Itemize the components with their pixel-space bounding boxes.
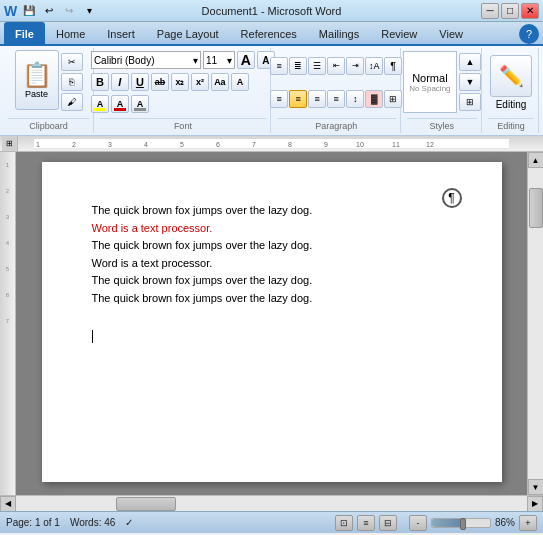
svg-text:1: 1 (36, 141, 40, 148)
quick-save[interactable]: 💾 (21, 3, 37, 19)
line-spacing-button[interactable]: ↕ (346, 90, 364, 108)
tab-mailings[interactable]: Mailings (308, 22, 370, 44)
font-color-button[interactable]: A (111, 95, 129, 113)
sort-button[interactable]: ↕A (365, 57, 383, 75)
language-check-icon[interactable]: ✓ (125, 517, 133, 528)
quick-undo[interactable]: ↩ (41, 3, 57, 19)
strikethrough-button[interactable]: ab (151, 73, 169, 91)
ribbon-tabs: File Home Insert Page Layout References … (0, 22, 543, 46)
font-size-dropdown[interactable]: 11 ▾ (203, 51, 235, 69)
styles-scroll-down[interactable]: ▼ (459, 73, 481, 91)
ruler-inner: 1 2 3 4 5 6 7 8 9 10 11 12 (34, 139, 509, 149)
scroll-track-v[interactable] (528, 168, 543, 479)
tab-view[interactable]: View (428, 22, 474, 44)
page-container[interactable]: ¶ The quick brown fox jumps over the laz… (16, 152, 527, 495)
paste-button[interactable]: 📋 Paste (15, 50, 59, 110)
scroll-track-h[interactable] (16, 496, 527, 511)
title-bar-left: W 💾 ↩ ↪ ▾ (4, 3, 97, 19)
status-bar: Page: 1 of 1 Words: 46 ✓ ⊡ ≡ ⊟ - 86% + (0, 511, 543, 533)
scroll-up-button[interactable]: ▲ (528, 152, 544, 168)
styles-expand[interactable]: ⊞ (459, 93, 481, 111)
view-full-button[interactable]: ≡ (357, 515, 375, 531)
editing-label[interactable]: Editing (496, 99, 527, 110)
numbering-button[interactable]: ≣ (289, 57, 307, 75)
scroll-right-button[interactable]: ▶ (527, 496, 543, 512)
help-button[interactable]: ? (519, 24, 539, 44)
ribbon-content: 📋 Paste ✂ ⎘ 🖌 Clipboard Calibri (Body) ▾… (0, 46, 543, 136)
increase-indent-button[interactable]: ⇥ (346, 57, 364, 75)
quick-redo[interactable]: ↪ (61, 3, 77, 19)
svg-text:2: 2 (72, 141, 76, 148)
subscript-button[interactable]: x₂ (171, 73, 189, 91)
svg-text:6: 6 (216, 141, 220, 148)
bullets-button[interactable]: ≡ (270, 57, 288, 75)
quick-dropdown[interactable]: ▾ (81, 3, 97, 19)
bold-button[interactable]: B (91, 73, 109, 91)
styles-box[interactable]: Normal No Spacing (403, 51, 457, 113)
scroll-down-button[interactable]: ▼ (528, 479, 544, 495)
paragraph-marker: ¶ (442, 188, 462, 208)
tab-page-layout[interactable]: Page Layout (146, 22, 230, 44)
scroll-left-button[interactable]: ◀ (0, 496, 16, 512)
align-right-button[interactable]: ≡ (308, 90, 326, 108)
tab-home[interactable]: Home (45, 22, 96, 44)
zoom-in-button[interactable]: + (519, 515, 537, 531)
tab-file[interactable]: File (4, 22, 45, 44)
status-left: Page: 1 of 1 Words: 46 ✓ (6, 517, 133, 528)
paste-icon: 📋 (22, 61, 52, 89)
document-page[interactable]: ¶ The quick brown fox jumps over the laz… (42, 162, 502, 482)
show-hide-button[interactable]: ¶ (384, 57, 402, 75)
tab-review[interactable]: Review (370, 22, 428, 44)
grow-font-button[interactable]: A (237, 51, 255, 69)
justify-button[interactable]: ≡ (327, 90, 345, 108)
svg-text:11: 11 (392, 141, 400, 148)
zoom-out-button[interactable]: - (409, 515, 427, 531)
view-web-button[interactable]: ⊟ (379, 515, 397, 531)
clipboard-group: 📋 Paste ✂ ⎘ 🖌 Clipboard (4, 48, 94, 133)
zoom-slider-thumb[interactable] (460, 518, 466, 530)
align-left-button[interactable]: ≡ (270, 90, 288, 108)
copy-button[interactable]: ⎘ (61, 73, 83, 91)
zoom-percent: 86% (495, 517, 515, 528)
maximize-button[interactable]: □ (501, 3, 519, 19)
scroll-thumb-h[interactable] (116, 497, 176, 511)
doc-line-4: Word is a text processor. (92, 255, 452, 273)
underline-button[interactable]: U (131, 73, 149, 91)
svg-text:9: 9 (324, 141, 328, 148)
horizontal-ruler: ⊞ 1 2 3 4 5 6 7 8 9 10 11 12 (0, 136, 543, 152)
shading-button[interactable]: A (131, 95, 149, 113)
doc-cursor-line (92, 328, 452, 346)
format-painter-button[interactable]: 🖌 (61, 93, 83, 111)
left-ruler-marks: 1234567 (6, 162, 9, 324)
editing-button[interactable]: ✏️ (490, 55, 532, 97)
document-text[interactable]: The quick brown fox jumps over the lazy … (92, 202, 452, 345)
multilevel-button[interactable]: ☰ (308, 57, 326, 75)
zoom-slider[interactable] (431, 518, 491, 528)
ruler-corner[interactable]: ⊞ (2, 136, 18, 151)
svg-text:7: 7 (252, 141, 256, 148)
borders-button[interactable]: ⊞ (384, 90, 402, 108)
cut-button[interactable]: ✂ (61, 53, 83, 71)
change-case-button[interactable]: Aa (211, 73, 229, 91)
scroll-thumb-v[interactable] (529, 188, 543, 228)
italic-button[interactable]: I (111, 73, 129, 91)
font-color-row: A A A (91, 95, 275, 113)
styles-scroll-up[interactable]: ▲ (459, 53, 481, 71)
font-name-dropdown[interactable]: Calibri (Body) ▾ (91, 51, 201, 69)
clear-format-button[interactable]: A (231, 73, 249, 91)
superscript-button[interactable]: x² (191, 73, 209, 91)
shading-para-button[interactable]: ▓ (365, 90, 383, 108)
minimize-button[interactable]: ─ (481, 3, 499, 19)
decrease-indent-button[interactable]: ⇤ (327, 57, 345, 75)
left-ruler: 1234567 (0, 152, 16, 495)
text-highlight-button[interactable]: A (91, 95, 109, 113)
paragraph-group-label: Paragraph (277, 118, 396, 131)
align-center-button[interactable]: ≡ (289, 90, 307, 108)
close-button[interactable]: ✕ (521, 3, 539, 19)
tab-references[interactable]: References (230, 22, 308, 44)
tab-insert[interactable]: Insert (96, 22, 146, 44)
editing-icon-area: ✏️ Editing (490, 55, 532, 110)
styles-group-label: Styles (407, 118, 477, 131)
view-print-button[interactable]: ⊡ (335, 515, 353, 531)
horizontal-scrollbar: ◀ ▶ (0, 495, 543, 511)
